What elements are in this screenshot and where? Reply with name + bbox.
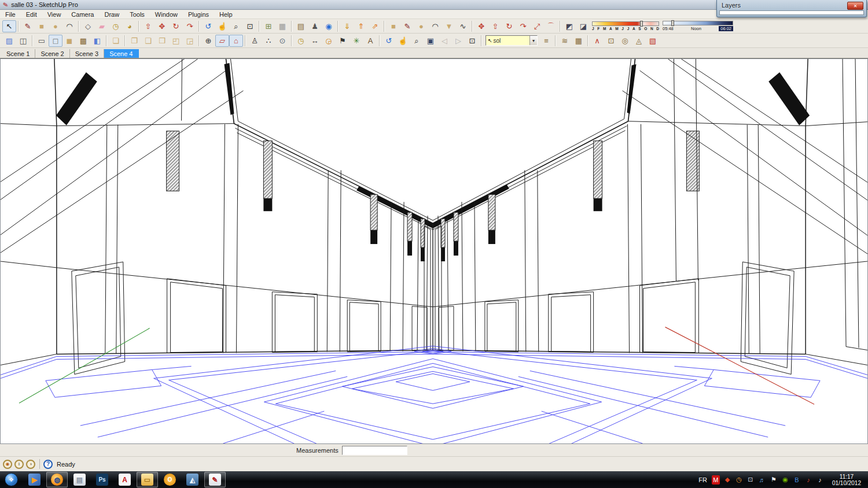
menu-file[interactable]: File — [0, 10, 21, 19]
shadow-toggle-button[interactable]: ◪ — [576, 20, 590, 32]
offset-tool[interactable]: ⌒ — [544, 20, 558, 32]
line-tool[interactable]: ✎ — [21, 20, 35, 32]
select-tool[interactable]: ↖ — [2, 20, 16, 32]
move-tool-2[interactable]: ✥ — [475, 20, 488, 32]
scheduler-icon[interactable]: ◷ — [735, 475, 743, 485]
menu-tools[interactable]: Tools — [124, 10, 150, 19]
share-component-button[interactable]: ⇗ — [368, 20, 382, 32]
zoom-extents-tool-2[interactable]: ⊡ — [465, 35, 479, 47]
time-slider-thumb[interactable] — [671, 20, 674, 26]
layers-panel[interactable]: Layers ✕ — [716, 0, 867, 17]
taskbar-firefox[interactable]: ◍ — [46, 472, 68, 487]
zoom-next-button[interactable]: ▷ — [451, 35, 465, 47]
measurements-input[interactable] — [342, 446, 407, 455]
3d-text-tool[interactable]: A — [363, 35, 377, 47]
orbit-tool-2[interactable]: ↺ — [382, 35, 396, 47]
nvidia-settings-icon[interactable]: ◉ — [781, 475, 789, 485]
walk-button[interactable]: ∴ — [262, 35, 275, 47]
make-component-tool[interactable]: ◇ — [81, 20, 95, 32]
volume-icon[interactable]: ♪ — [816, 475, 824, 485]
taskbar-adobe-reader[interactable]: A — [114, 472, 135, 487]
smoove-button[interactable]: ∧ — [590, 35, 604, 47]
taskbar-media-player[interactable]: ▶ — [24, 472, 45, 487]
solar-north-button[interactable]: ⊕ — [201, 35, 215, 47]
follow-me-tool[interactable]: ↷ — [183, 20, 197, 32]
union-button[interactable]: ❑ — [141, 35, 155, 47]
paint-bucket-tool[interactable]: ◕ — [123, 20, 137, 32]
scene-tab-scene-4[interactable]: Scene 4 — [104, 49, 138, 58]
outer-shell-button[interactable]: ❏ — [109, 35, 123, 47]
hidden-line-style-button[interactable]: ◻ — [49, 35, 62, 47]
freehand-tool[interactable]: ∿ — [456, 20, 470, 32]
position-camera-button[interactable]: ♙ — [248, 35, 262, 47]
display-settings-icon[interactable]: ⊡ — [746, 475, 755, 485]
shadow-settings-button[interactable]: ◩ — [562, 20, 576, 32]
volume-mixer-icon[interactable]: ♪ — [804, 475, 812, 485]
menu-draw[interactable]: Draw — [99, 10, 124, 19]
scene-tab-scene-1[interactable]: Scene 1 — [1, 49, 35, 58]
menu-window[interactable]: Window — [150, 10, 183, 19]
orbit-tool[interactable]: ↺ — [201, 20, 215, 32]
menu-camera[interactable]: Camera — [66, 10, 99, 19]
photo-textures-button[interactable]: ▤ — [294, 20, 308, 32]
layer-dropdown[interactable]: ↖sol▾ — [486, 35, 538, 46]
wireframe-style-button[interactable]: ▭ — [35, 35, 49, 47]
look-around-button[interactable]: ⊙ — [275, 35, 289, 47]
circle-tool-2[interactable]: ● — [414, 20, 428, 32]
monochrome-style-button[interactable]: ◧ — [90, 35, 104, 47]
menu-view[interactable]: View — [42, 10, 67, 19]
zoom-previous-button[interactable]: ◁ — [437, 35, 451, 47]
dimension-tool[interactable]: ↔ — [308, 35, 322, 47]
help-icon[interactable]: ? — [43, 460, 53, 469]
zoom-tool-2[interactable]: ⌕ — [410, 35, 424, 47]
zoom-extents-tool[interactable]: ⊡ — [243, 20, 257, 32]
shaded-textures-style-button[interactable]: ▩ — [76, 35, 90, 47]
taskbar-sketchup[interactable]: ✎ — [204, 472, 226, 487]
layers-panel-close-button[interactable]: ✕ — [847, 2, 863, 10]
axes-tool[interactable]: ✳ — [350, 35, 363, 47]
language-indicator[interactable]: FR — [698, 476, 707, 483]
scene-tab-scene-2[interactable]: Scene 2 — [35, 49, 69, 58]
rectangle-tool-2[interactable]: ■ — [387, 20, 400, 32]
scale-tool[interactable]: ⤢ — [530, 20, 544, 32]
share-model-button[interactable]: ⇑ — [354, 20, 368, 32]
sandbox-from-scratch-button[interactable]: ▦ — [572, 35, 586, 47]
layer-dropdown-arrow[interactable]: ▾ — [529, 36, 537, 45]
move-tool[interactable]: ✥ — [155, 20, 169, 32]
geolocation-status-icon[interactable]: ◉ — [3, 460, 12, 469]
follow-me-tool-2[interactable]: ↷ — [516, 20, 530, 32]
time-slider-track[interactable] — [663, 21, 733, 25]
layer-manager-button[interactable]: ≡ — [539, 35, 553, 47]
get-models-button[interactable]: ⇓ — [340, 20, 354, 32]
audio-manager-icon[interactable]: ♬ — [758, 475, 766, 485]
model-figure-button[interactable]: ♟ — [308, 20, 322, 32]
eraser-tool[interactable]: ▰ — [95, 20, 109, 32]
sandbox-from-contours-button[interactable]: ≋ — [558, 35, 572, 47]
add-detail-button[interactable]: ◬ — [632, 35, 646, 47]
pan-tool-2[interactable]: ☝ — [396, 35, 410, 47]
section-cuts-button[interactable]: ⌂ — [229, 35, 243, 47]
rectangle-tool[interactable]: ■ — [35, 20, 49, 32]
tape-measure-tool-2[interactable]: ◷ — [294, 35, 308, 47]
shadow-time-slider[interactable]: 05:48Noon06:02 — [663, 21, 733, 31]
zoom-tool[interactable]: ⌕ — [229, 20, 243, 32]
adobe-updater-icon[interactable]: M — [712, 475, 720, 485]
circle-tool[interactable]: ● — [49, 20, 62, 32]
protractor-tool[interactable]: ◶ — [322, 35, 336, 47]
download-manager-icon[interactable]: ◆ — [723, 475, 731, 485]
rotate-tool[interactable]: ↻ — [169, 20, 183, 32]
xray-style-button[interactable]: ▨ — [2, 35, 16, 47]
zoom-window-button[interactable]: ▣ — [424, 35, 437, 47]
trim-button[interactable]: ◰ — [169, 35, 183, 47]
taskbar-notepad[interactable]: ▤ — [69, 472, 90, 487]
shaded-style-button[interactable]: ◼ — [62, 35, 76, 47]
arc-tool[interactable]: ◠ — [62, 20, 76, 32]
line-tool-2[interactable]: ✎ — [400, 20, 414, 32]
text-tool[interactable]: ⚑ — [336, 35, 350, 47]
menu-plugins[interactable]: Plugins — [183, 10, 214, 19]
tape-measure-tool[interactable]: ◷ — [109, 20, 123, 32]
scene-tab-scene-3[interactable]: Scene 3 — [70, 49, 104, 58]
drape-button[interactable]: ◎ — [618, 35, 632, 47]
polygon-tool[interactable]: ▼ — [442, 20, 456, 32]
arc-tool-2[interactable]: ◠ — [428, 20, 442, 32]
